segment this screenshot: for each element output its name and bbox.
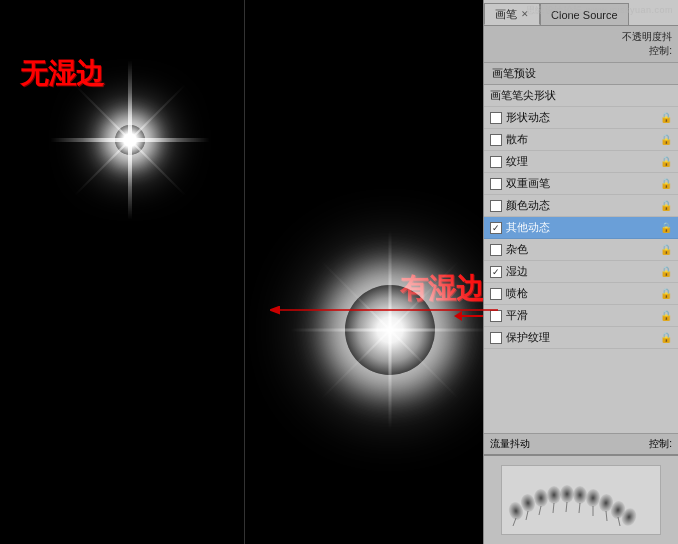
wet-edges-checkbox[interactable] bbox=[490, 266, 502, 278]
canvas-left: 无湿边 bbox=[0, 0, 245, 544]
tab-brush-label: 画笔 bbox=[495, 7, 517, 22]
protect-texture-item[interactable]: 保护纹理 🔒 bbox=[484, 327, 678, 349]
opacity-area: 不透明度抖 控制: bbox=[484, 26, 678, 63]
svg-point-6 bbox=[585, 488, 601, 507]
watermark-site1: 思缘设计论坛 bbox=[526, 5, 583, 15]
texture-label: 纹理 bbox=[506, 154, 656, 169]
svg-line-14 bbox=[566, 502, 567, 512]
wet-edges-lock: 🔒 bbox=[660, 266, 672, 277]
smoothing-checkbox[interactable] bbox=[490, 310, 502, 322]
airbrush-item[interactable]: 喷枪 🔒 bbox=[484, 283, 678, 305]
smoothing-lock: 🔒 bbox=[660, 310, 672, 321]
scatter-checkbox[interactable] bbox=[490, 134, 502, 146]
color-dynamics-label: 颜色动态 bbox=[506, 198, 656, 213]
airbrush-checkbox[interactable] bbox=[490, 288, 502, 300]
opacity-label: 不透明度抖 bbox=[622, 30, 672, 44]
other-dynamics-label: 其他动态 bbox=[506, 220, 656, 235]
dual-brush-label: 双重画笔 bbox=[506, 176, 656, 191]
flow-control: 控制: bbox=[649, 437, 672, 451]
noise-item[interactable]: 杂色 🔒 bbox=[484, 239, 678, 261]
svg-point-3 bbox=[547, 486, 561, 504]
svg-point-2 bbox=[533, 488, 549, 507]
airbrush-label: 喷枪 bbox=[506, 286, 656, 301]
shape-dynamics-checkbox[interactable] bbox=[490, 112, 502, 124]
noise-label: 杂色 bbox=[506, 242, 656, 257]
glow-core bbox=[115, 125, 145, 155]
brush-preview bbox=[501, 465, 661, 535]
brush-panel: 画笔 ✕ Clone Source 不透明度抖 控制: 画笔预设 画笔笔尖形状 bbox=[483, 0, 678, 544]
flow-area: 流量抖动 控制: bbox=[484, 433, 678, 454]
preview-area bbox=[484, 454, 678, 544]
noise-lock: 🔒 bbox=[660, 244, 672, 255]
watermark-site2: www.missyuan.com bbox=[586, 5, 673, 15]
opacity-control: 控制: bbox=[649, 44, 672, 58]
wet-edges-label: 湿边 bbox=[506, 264, 656, 279]
brush-list: 画笔预设 画笔笔尖形状 形状动态 🔒 散布 🔒 纹理 🔒 bbox=[484, 63, 678, 433]
svg-point-5 bbox=[573, 486, 587, 504]
dual-brush-checkbox[interactable] bbox=[490, 178, 502, 190]
color-dynamics-lock: 🔒 bbox=[660, 200, 672, 211]
brush-tip-item[interactable]: 画笔笔尖形状 bbox=[484, 85, 678, 107]
svg-line-17 bbox=[606, 511, 607, 521]
other-dynamics-lock: 🔒 bbox=[660, 222, 672, 233]
noise-checkbox[interactable] bbox=[490, 244, 502, 256]
brush-tip-label: 画笔笔尖形状 bbox=[490, 88, 672, 103]
dual-brush-item[interactable]: 双重画笔 🔒 bbox=[484, 173, 678, 195]
soft-glow-core bbox=[345, 285, 435, 375]
scatter-lock: 🔒 bbox=[660, 134, 672, 145]
brush-preview-svg bbox=[506, 473, 656, 528]
sharp-star bbox=[50, 60, 210, 220]
wet-edges-item[interactable]: 湿边 🔒 bbox=[484, 261, 678, 283]
shape-dynamics-label: 形状动态 bbox=[506, 110, 656, 125]
brush-presets-title[interactable]: 画笔预设 bbox=[484, 63, 678, 85]
texture-item[interactable]: 纹理 🔒 bbox=[484, 151, 678, 173]
soft-star bbox=[290, 230, 490, 430]
dual-brush-lock: 🔒 bbox=[660, 178, 672, 189]
shape-dynamics-lock: 🔒 bbox=[660, 112, 672, 123]
color-dynamics-checkbox[interactable] bbox=[490, 200, 502, 212]
other-dynamics-item[interactable]: 其他动态 🔒 bbox=[484, 217, 678, 239]
scatter-label: 散布 bbox=[506, 132, 656, 147]
smoothing-label: 平滑 bbox=[506, 308, 656, 323]
shape-dynamics-item[interactable]: 形状动态 🔒 bbox=[484, 107, 678, 129]
canvas-area: 无湿边 有湿边 bbox=[0, 0, 490, 544]
svg-line-12 bbox=[539, 506, 541, 515]
panel-body: 不透明度抖 控制: 画笔预设 画笔笔尖形状 形状动态 🔒 散布 🔒 bbox=[484, 26, 678, 454]
color-dynamics-item[interactable]: 颜色动态 🔒 bbox=[484, 195, 678, 217]
smoothing-item[interactable]: 平滑 🔒 bbox=[484, 305, 678, 327]
texture-checkbox[interactable] bbox=[490, 156, 502, 168]
svg-line-11 bbox=[526, 511, 528, 520]
watermark: 思缘设计论坛 www.missyuan.com bbox=[526, 4, 673, 17]
airbrush-lock: 🔒 bbox=[660, 288, 672, 299]
protect-texture-label: 保护纹理 bbox=[506, 330, 656, 345]
flow-label: 流量抖动 bbox=[490, 437, 530, 451]
svg-line-15 bbox=[579, 503, 580, 513]
other-dynamics-checkbox[interactable] bbox=[490, 222, 502, 234]
svg-point-4 bbox=[560, 485, 574, 503]
protect-texture-lock: 🔒 bbox=[660, 332, 672, 343]
scatter-item[interactable]: 散布 🔒 bbox=[484, 129, 678, 151]
texture-lock: 🔒 bbox=[660, 156, 672, 167]
protect-texture-checkbox[interactable] bbox=[490, 332, 502, 344]
canvas-right: 有湿边 bbox=[245, 0, 490, 544]
opacity-right: 不透明度抖 控制: bbox=[622, 30, 672, 58]
svg-line-13 bbox=[553, 503, 554, 513]
